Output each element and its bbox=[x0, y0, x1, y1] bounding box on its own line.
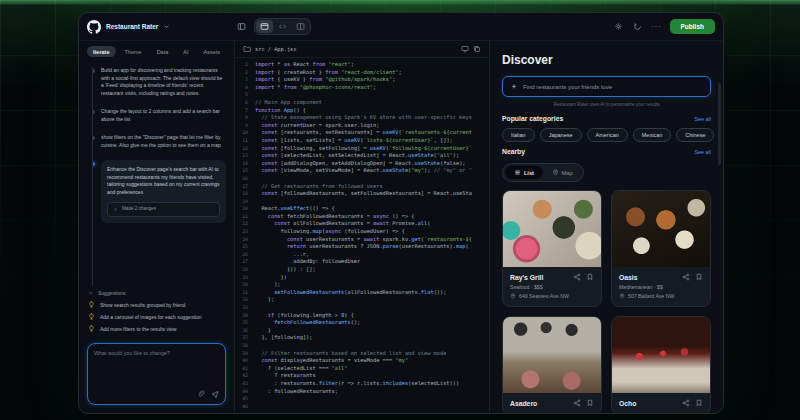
code-line: 39 // Filter restaurants based on select… bbox=[235, 350, 489, 358]
code-editor: src / App.jsx 1import * as React from "r… bbox=[235, 41, 490, 413]
bookmark-icon[interactable] bbox=[695, 399, 703, 407]
code-line: 16 bbox=[235, 175, 489, 183]
suggestions-section: Suggestions Show search results grouped … bbox=[79, 286, 234, 339]
share-icon[interactable] bbox=[573, 399, 581, 407]
code-line: 15 const [viewMode, setViewMode] = React… bbox=[235, 167, 489, 175]
category-chip-japanese[interactable]: Japanese bbox=[540, 128, 582, 142]
code-line: 31 setFollowedRestaurants(allFollowedRes… bbox=[235, 289, 489, 297]
iterate-panel: IterateThemeDataAIAssets Build an app fo… bbox=[79, 41, 235, 413]
code-line: 33 bbox=[235, 304, 489, 312]
code-line: 13 const [selectedList, setSelectedList]… bbox=[235, 152, 489, 160]
category-chip-chinese[interactable]: Chinese bbox=[676, 128, 714, 142]
code-line: 35 fetchFollowedRestaurants(); bbox=[235, 319, 489, 327]
paperclip-icon[interactable] bbox=[197, 390, 205, 398]
restaurant-name: Oasis bbox=[619, 274, 677, 281]
code-line: 11 const [lists, setLists] = useKV(`list… bbox=[235, 137, 489, 145]
category-chip-italian[interactable]: Italian bbox=[502, 128, 535, 142]
lightbulb-icon bbox=[88, 325, 95, 332]
tab-assets[interactable]: Assets bbox=[197, 46, 226, 57]
folder-icon bbox=[243, 45, 251, 53]
chat-message: Build an app for discovering and trackin… bbox=[101, 67, 226, 97]
restaurant-address: 507 Ballard Ave NW bbox=[619, 293, 703, 299]
app-preview: Discover Find restaurants your friends l… bbox=[490, 41, 723, 413]
tab-data[interactable]: Data bbox=[151, 46, 175, 57]
tab-ai[interactable]: AI bbox=[177, 46, 194, 57]
code-line: 14 const [addDialogOpen, setAddDialogOpe… bbox=[235, 160, 489, 168]
restaurant-name: Ocho bbox=[619, 400, 677, 407]
bookmark-icon[interactable] bbox=[586, 273, 594, 281]
category-chip-mexican[interactable]: Mexican bbox=[633, 128, 671, 142]
chat-input-actions bbox=[94, 390, 219, 398]
gear-icon[interactable] bbox=[612, 20, 625, 33]
map-toggle-option[interactable]: Map bbox=[543, 166, 582, 179]
monitor-icon[interactable] bbox=[461, 45, 469, 53]
suggestion-item[interactable]: Show search results grouped by friend bbox=[88, 301, 225, 308]
list-toggle-option[interactable]: List bbox=[505, 166, 543, 179]
share-icon[interactable] bbox=[573, 273, 581, 281]
code-line: 17 // Get restaurants from followed user… bbox=[235, 183, 489, 191]
code-line: 28 })) : []; bbox=[235, 266, 489, 274]
chevron-down-icon bbox=[88, 290, 94, 296]
chat-input-placeholder: What would you like to change? bbox=[94, 350, 219, 356]
code-line: 9 const currentUser = spark.user.login; bbox=[235, 122, 489, 130]
suggestion-text: Add a carousel of images for each sugges… bbox=[100, 314, 201, 320]
suggestions-list: Show search results grouped by friend Ad… bbox=[88, 301, 225, 332]
bookmark-icon[interactable] bbox=[586, 399, 594, 407]
suggestion-text: Show search results grouped by friend bbox=[100, 302, 185, 308]
nearby-see-all-link[interactable]: See all bbox=[695, 149, 711, 155]
copy-icon[interactable] bbox=[473, 45, 481, 53]
tab-iterate[interactable]: Iterate bbox=[87, 46, 116, 57]
history-icon[interactable] bbox=[631, 20, 644, 33]
suggestion-item[interactable]: Add a carousel of images for each sugges… bbox=[88, 313, 225, 320]
code-line: 6// Main App component bbox=[235, 99, 489, 107]
code-line: 4import * from "@phosphor-icons/react"; bbox=[235, 84, 489, 92]
search-placeholder: Find restaurants your friends love bbox=[523, 84, 612, 90]
suggestions-header[interactable]: Suggestions bbox=[88, 290, 225, 296]
tab-theme[interactable]: Theme bbox=[119, 46, 148, 57]
restaurant-card[interactable]: Asadero bbox=[502, 316, 602, 413]
code-line: 23 following.map(async (followedUser) =>… bbox=[235, 228, 489, 236]
view-mode-switcher bbox=[254, 18, 311, 35]
search-hint: Restaurant Rater uses AI to personalize … bbox=[502, 102, 711, 107]
nearby-section-header: Nearby See all bbox=[502, 148, 711, 155]
category-chips: ItalianJapaneseAmericanMexicanChinese bbox=[502, 128, 711, 142]
code-line: 43 : restaurants.filter(r => r.lists.inc… bbox=[235, 380, 489, 388]
publish-button[interactable]: Publish bbox=[670, 19, 715, 34]
search-input[interactable]: Find restaurants your friends love bbox=[502, 76, 711, 97]
code-line: 42 ? restaurants bbox=[235, 372, 489, 380]
preview-scrollbar[interactable] bbox=[718, 83, 721, 165]
restaurant-card[interactable]: Ray's Grill Seafood · $$$ 649 Seaview Av… bbox=[502, 190, 602, 307]
code-line: 40 const displayedRestaurants = viewMode… bbox=[235, 357, 489, 365]
code-view-button[interactable] bbox=[274, 20, 291, 33]
popular-see-all-link[interactable]: See all bbox=[695, 116, 711, 122]
app-brand[interactable]: Restaurant Rater bbox=[87, 20, 229, 34]
code-area[interactable]: 1import * as React from "react";2import … bbox=[235, 58, 489, 413]
code-line: 26 ...r, bbox=[235, 251, 489, 259]
code-line: 34 if (following.length > 0) { bbox=[235, 312, 489, 320]
bookmark-icon[interactable] bbox=[695, 273, 703, 281]
code-line: 19 bbox=[235, 198, 489, 206]
list-map-toggle: List Map bbox=[502, 163, 584, 182]
preview-view-button[interactable] bbox=[256, 20, 273, 33]
share-icon[interactable] bbox=[682, 273, 690, 281]
code-line: 36 } bbox=[235, 327, 489, 335]
restaurant-card[interactable]: Oasis Mediterranean · $$ 507 Ballard Ave… bbox=[611, 190, 711, 307]
list-icon bbox=[514, 169, 521, 176]
send-icon[interactable] bbox=[211, 390, 219, 398]
restaurant-name: Asadero bbox=[510, 400, 568, 407]
share-icon[interactable] bbox=[682, 399, 690, 407]
restaurant-card[interactable]: Ocho bbox=[611, 316, 711, 413]
lightbulb-icon bbox=[88, 301, 95, 308]
code-line: 21 const fetchFollowedRestaurants = asyn… bbox=[235, 213, 489, 221]
code-line: 41 ? (selectedList === "all" bbox=[235, 365, 489, 373]
sidebar-toggle-icon[interactable] bbox=[235, 20, 248, 33]
map-pin-icon bbox=[510, 293, 516, 299]
chat-input[interactable]: What would you like to change? bbox=[87, 343, 226, 405]
made-changes-toggle[interactable]: Made 2 changes bbox=[107, 202, 220, 217]
category-chip-american[interactable]: American bbox=[587, 128, 628, 142]
suggestion-item[interactable]: Add more filters to the results view bbox=[88, 325, 225, 332]
more-menu-button[interactable]: ··· bbox=[650, 21, 664, 32]
code-line: 29 }) bbox=[235, 274, 489, 282]
split-view-button[interactable] bbox=[292, 20, 309, 33]
map-pin-icon bbox=[552, 169, 559, 176]
